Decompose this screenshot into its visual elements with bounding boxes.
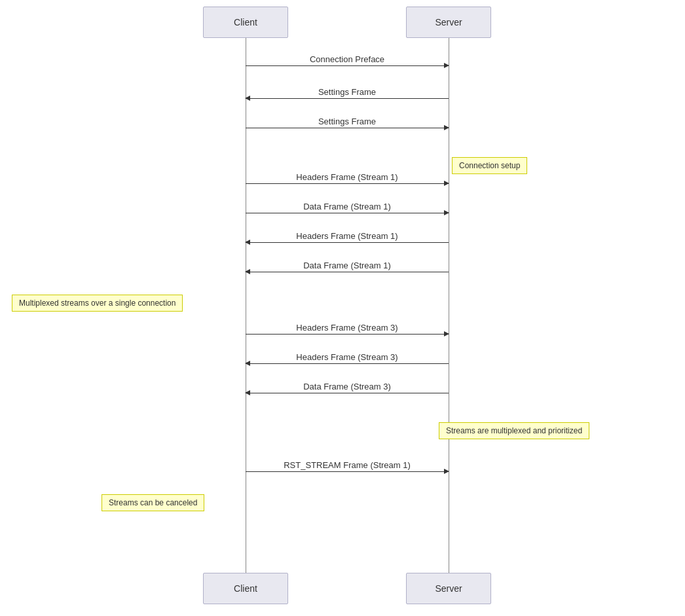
msg6-arrow <box>246 242 449 243</box>
msg11-arrow <box>246 471 449 472</box>
msg8-arrow <box>246 334 449 335</box>
annotation-prioritized: Streams are multiplexed and prioritized <box>439 422 589 439</box>
msg7-label: Data Frame (Stream 1) <box>246 261 449 270</box>
server-label-bottom: Server <box>435 583 462 594</box>
msg1-arrow <box>246 65 449 66</box>
msg5-label: Data Frame (Stream 1) <box>246 202 449 211</box>
diagram-container: Client Server Connection Preface Setting… <box>0 0 685 616</box>
msg4-label: Headers Frame (Stream 1) <box>246 172 449 182</box>
msg3-arrow <box>246 128 449 128</box>
msg2-arrow <box>246 98 449 99</box>
annotation-connection-setup: Connection setup <box>452 157 527 174</box>
client-box-top: Client <box>203 7 288 38</box>
client-label-bottom: Client <box>234 583 257 594</box>
annotation-canceled: Streams can be canceled <box>102 494 204 511</box>
msg2-label: Settings Frame <box>246 87 449 97</box>
msg11-label: RST_STREAM Frame (Stream 1) <box>246 460 449 470</box>
msg8-label: Headers Frame (Stream 3) <box>246 323 449 333</box>
msg1-label: Connection Preface <box>246 54 449 64</box>
client-label-top: Client <box>234 17 257 27</box>
server-label-top: Server <box>435 17 462 27</box>
server-lifeline <box>449 38 449 573</box>
msg10-arrow <box>246 393 449 393</box>
server-box-bottom: Server <box>406 573 491 604</box>
msg4-arrow <box>246 183 449 184</box>
msg7-arrow <box>246 272 449 272</box>
msg3-label: Settings Frame <box>246 117 449 126</box>
client-box-bottom: Client <box>203 573 288 604</box>
annotation-multiplexed: Multiplexed streams over a single connec… <box>12 295 183 312</box>
msg9-label: Headers Frame (Stream 3) <box>246 352 449 362</box>
server-box-top: Server <box>406 7 491 38</box>
msg9-arrow <box>246 363 449 364</box>
msg10-label: Data Frame (Stream 3) <box>246 382 449 391</box>
msg5-arrow <box>246 213 449 213</box>
msg6-label: Headers Frame (Stream 1) <box>246 231 449 241</box>
